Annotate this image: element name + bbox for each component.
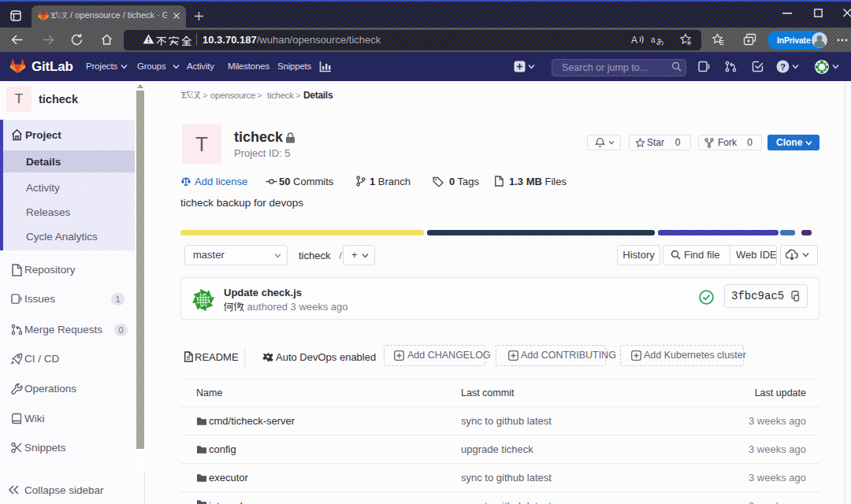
svg-text:A: A	[631, 35, 637, 46]
svg-text:?: ?	[780, 62, 786, 72]
svg-text:a: a	[651, 35, 656, 44]
svg-text:あ: あ	[656, 37, 663, 46]
